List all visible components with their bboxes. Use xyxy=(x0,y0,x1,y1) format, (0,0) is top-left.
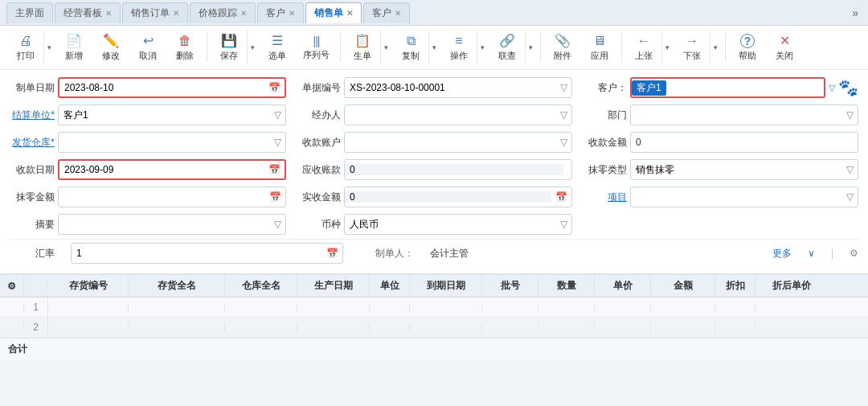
calendar5-icon[interactable]: 📅 xyxy=(322,248,342,259)
recv-date-input[interactable] xyxy=(59,164,264,175)
tab-sales-order[interactable]: 销售订单 ✕ xyxy=(122,2,188,23)
calendar3-icon[interactable]: 📅 xyxy=(265,191,285,203)
account-input[interactable] xyxy=(345,137,556,148)
recv-amount-input[interactable] xyxy=(630,132,858,153)
calendar-icon[interactable]: 📅 xyxy=(264,82,285,93)
print-button[interactable]: 🖨 打印 xyxy=(8,31,43,64)
copy-button[interactable]: ⧉ 复制 xyxy=(393,31,428,64)
warehouse-input[interactable] xyxy=(59,137,270,148)
serial-button[interactable]: ||| 序列号 xyxy=(297,32,336,64)
more-arrow[interactable]: ∨ xyxy=(808,248,815,259)
print-arrow[interactable]: ▾ xyxy=(43,31,55,64)
down-arrow[interactable]: ▾ xyxy=(710,31,721,64)
link-button[interactable]: 🔗 联查 xyxy=(489,31,525,64)
operation-button[interactable]: ≡ 操作 xyxy=(441,31,477,64)
bill-date-input[interactable] xyxy=(59,82,264,93)
up-arrow[interactable]: ▾ xyxy=(661,31,673,64)
warehouse-label[interactable]: 发货仓库* xyxy=(10,136,55,150)
filter-currency-icon[interactable]: ▽ xyxy=(556,219,571,230)
filter-handler-icon[interactable]: ▽ xyxy=(556,109,571,121)
tab-main[interactable]: 主界面 xyxy=(6,2,53,23)
apply-button[interactable]: 🖥 应用 xyxy=(582,31,617,64)
td-unit-1[interactable] xyxy=(370,303,410,311)
currency-input[interactable] xyxy=(345,219,556,230)
link-arrow[interactable]: ▾ xyxy=(525,31,536,64)
calendar2-icon[interactable]: 📅 xyxy=(264,164,285,175)
project-input[interactable] xyxy=(631,191,842,203)
copy-arrow[interactable]: ▾ xyxy=(428,31,440,64)
settle-label[interactable]: 结算单位* xyxy=(10,109,55,122)
td-warehouse-1[interactable] xyxy=(225,303,297,311)
td-discount-1[interactable] xyxy=(715,303,755,311)
td-expire-2[interactable] xyxy=(410,323,482,331)
table-scroll[interactable]: ⚙ 存货编号 存货全名 仓库全名 生产日期 单位 到期日期 批号 数量 单价 金… xyxy=(0,275,868,338)
td-qty-1[interactable] xyxy=(538,303,595,311)
filter-customer-icon[interactable]: ▽ xyxy=(829,83,835,93)
td-batch-1[interactable] xyxy=(482,303,538,311)
modify-button[interactable]: ✏️ 修改 xyxy=(93,31,129,64)
close-window-button[interactable]: ✕ 关闭 xyxy=(767,31,802,64)
recv-payable-input[interactable] xyxy=(345,164,563,175)
td-code-1[interactable] xyxy=(48,303,129,311)
up-button[interactable]: ← 上张 xyxy=(626,31,661,64)
operation-arrow[interactable]: ▾ xyxy=(477,31,488,64)
tab-customer2[interactable]: 客户 ✕ xyxy=(363,2,410,23)
filter-bill-no-icon[interactable]: ▽ xyxy=(556,82,571,93)
more-link[interactable]: 更多 xyxy=(772,247,792,260)
td-name-1[interactable] xyxy=(129,303,225,311)
td-disc-price-2[interactable] xyxy=(755,323,828,331)
td-qty-2[interactable] xyxy=(538,323,595,331)
more-tabs-icon[interactable]: » xyxy=(849,6,862,19)
close-tab-customer[interactable]: ✕ xyxy=(289,9,295,18)
generate-button[interactable]: 📋 生单 xyxy=(345,31,380,64)
td-disc-price-1[interactable] xyxy=(755,303,828,311)
tab-dashboard[interactable]: 经营看板 ✕ xyxy=(55,2,121,23)
delete-button[interactable]: 🗑 删除 xyxy=(167,31,203,64)
close-tab-price-track[interactable]: ✕ xyxy=(240,9,247,18)
filter-summary-icon[interactable]: ▽ xyxy=(270,219,285,230)
filter-dept-icon[interactable]: ▽ xyxy=(842,109,858,121)
tab-sales-bill[interactable]: 销售单 ✕ xyxy=(305,2,362,23)
bill-no-input[interactable] xyxy=(345,82,556,93)
td-discount-2[interactable] xyxy=(715,323,755,331)
rate-input[interactable] xyxy=(72,248,322,259)
handler-input[interactable] xyxy=(345,109,556,121)
settle-input[interactable] xyxy=(59,109,270,121)
td-batch-2[interactable] xyxy=(482,323,538,331)
td-price-1[interactable] xyxy=(595,303,651,311)
tab-price-track[interactable]: 价格跟踪 ✕ xyxy=(190,2,256,23)
filter-settle-icon[interactable]: ▽ xyxy=(270,109,285,121)
filter-project-icon[interactable]: ▽ xyxy=(842,191,858,203)
calendar4-icon[interactable]: 📅 xyxy=(551,191,571,203)
filter-account-icon[interactable]: ▽ xyxy=(556,137,571,148)
summary-input[interactable] xyxy=(59,219,270,230)
td-warehouse-2[interactable] xyxy=(225,323,297,331)
td-amount-1[interactable] xyxy=(651,303,715,311)
td-name-2[interactable] xyxy=(129,323,225,331)
select-button[interactable]: ☰ 选单 xyxy=(260,31,295,64)
help-button[interactable]: ? 帮助 xyxy=(730,31,765,64)
td-prod-date-2[interactable] xyxy=(297,323,370,331)
td-price-2[interactable] xyxy=(595,323,651,331)
add-button[interactable]: 📄 新增 xyxy=(56,31,92,64)
zero-amount-input[interactable] xyxy=(59,191,265,203)
tab-customer[interactable]: 客户 ✕ xyxy=(257,2,304,23)
attach-button[interactable]: 📎 附件 xyxy=(545,31,580,64)
settings-icon[interactable]: ⚙ xyxy=(850,248,858,259)
close-tab-sales-order[interactable]: ✕ xyxy=(173,9,179,18)
td-unit-2[interactable] xyxy=(370,323,410,331)
down-button[interactable]: → 下张 xyxy=(674,31,710,64)
close-tab-dashboard[interactable]: ✕ xyxy=(105,9,112,18)
zero-type-input[interactable] xyxy=(631,164,842,175)
td-prod-date-1[interactable] xyxy=(297,303,370,311)
filter-zero-type-icon[interactable]: ▽ xyxy=(842,164,858,175)
cancel-button[interactable]: ↩ 取消 xyxy=(130,31,166,64)
filter-warehouse-icon[interactable]: ▽ xyxy=(270,137,285,148)
dept-input[interactable] xyxy=(631,109,842,121)
close-tab-customer2[interactable]: ✕ xyxy=(395,9,401,18)
td-expire-1[interactable] xyxy=(410,303,482,311)
save-arrow[interactable]: ▾ xyxy=(247,31,258,64)
project-label[interactable]: 项目 xyxy=(582,191,627,204)
td-amount-2[interactable] xyxy=(651,323,715,331)
close-tab-sales-bill[interactable]: ✕ xyxy=(346,9,353,18)
